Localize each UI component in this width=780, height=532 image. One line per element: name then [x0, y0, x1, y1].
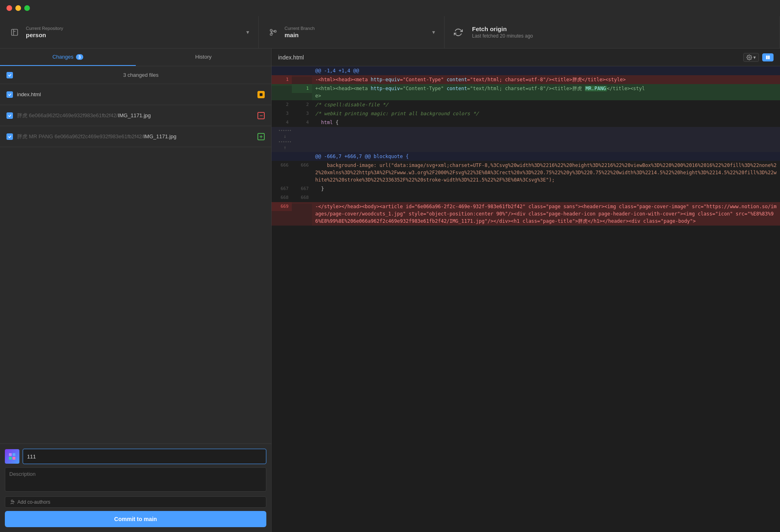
line-num-left-667: 667 [272, 184, 292, 193]
diff-line-added-1: 1 +<html><head><meta http-equiv="Content… [272, 84, 780, 100]
expand-up-icon: ↑ [283, 145, 286, 150]
branch-icon [267, 26, 280, 39]
hunk-header-content-2: @@ -666,7 +666,7 @@ blockquote { [312, 152, 780, 161]
diff-actions: ▾ [743, 53, 774, 62]
line-num-left-3: 3 [272, 109, 292, 118]
file-list-header: 3 changed files [0, 66, 271, 84]
svg-rect-9 [13, 457, 15, 460]
spacer [0, 147, 271, 443]
svg-rect-14 [766, 55, 768, 59]
file-checkbox-2[interactable] [6, 133, 13, 140]
diff-content-ctx-3: /* webkit printing magic: print all back… [312, 109, 780, 118]
file-badge-deleted: − [257, 112, 265, 119]
expand-row-1[interactable]: •••••• ↓ •••••• ↑ [272, 127, 780, 152]
branch-text: Current Branch main [285, 26, 426, 38]
diff-line-removed-669: 669 -</style></head><body><article id="6… [272, 202, 780, 226]
tab-history-label: History [195, 54, 211, 60]
commit-input-box[interactable] [23, 449, 266, 464]
line-num-left-1: 1 [272, 75, 292, 84]
repo-icon [8, 26, 21, 39]
diff-line-ctx-4: 4 4 html { [272, 118, 780, 127]
svg-rect-6 [9, 453, 12, 456]
svg-rect-15 [768, 55, 770, 59]
line-num-right-666: 666 [292, 161, 312, 170]
expand-left-nums: •••••• ↓ •••••• ↑ [275, 129, 295, 150]
current-branch-section[interactable]: Current Branch main ▼ [259, 16, 445, 48]
line-num-left-add-1 [272, 84, 292, 86]
commit-description-input[interactable] [5, 467, 266, 492]
svg-point-2 [270, 33, 272, 35]
coauthor-row[interactable]: Add co-authors [5, 496, 266, 508]
diff-content[interactable]: @@ -1,4 +1,4 @@ 1 -<html><head><meta htt… [272, 66, 780, 532]
commit-summary-row [5, 449, 266, 464]
maximize-button[interactable] [24, 5, 30, 11]
svg-rect-0 [12, 29, 18, 35]
line-num-right-add-1: 1 [292, 84, 312, 93]
titlebar [0, 0, 780, 16]
file-checkbox-1[interactable] [6, 112, 13, 119]
fetch-origin-section[interactable]: Fetch origin Last fetched 20 minutes ago [445, 16, 780, 48]
diff-line-666: 666 666 background-image: url("data:imag… [272, 161, 780, 184]
file-item-deleted-img[interactable]: 胖虎 6e066a962f2c469e932f983e61fb2f42/IMG_… [0, 105, 271, 126]
toolbar: Current Repository person ▼ Current Bran… [0, 16, 780, 49]
repo-chevron-icon: ▼ [245, 30, 250, 35]
line-num-hunk-right [292, 66, 312, 68]
tab-history[interactable]: History [136, 49, 272, 66]
close-button[interactable] [6, 5, 12, 11]
line-num-right-4: 4 [292, 118, 312, 127]
select-all-checkbox[interactable] [6, 72, 13, 78]
line-num-hunk-left [272, 66, 292, 68]
branch-name: main [285, 32, 426, 38]
file-item-index-html[interactable]: index.html [0, 84, 271, 105]
line-num-right-667: 667 [292, 184, 312, 193]
line-num-right-669 [292, 202, 312, 204]
diff-line-668: 668 668 [272, 193, 780, 202]
file-badge-added: + [257, 133, 265, 140]
diff-content-666: background-image: url("data:image/svg+xm… [312, 161, 780, 184]
line-num-right-2: 2 [292, 100, 312, 109]
svg-rect-8 [9, 457, 12, 460]
left-panel: Changes 3 History 3 changed files [0, 49, 272, 532]
view-toggle-button[interactable] [762, 53, 774, 61]
line-num-hunk2-left [272, 152, 292, 154]
line-num-left-668: 668 [272, 193, 292, 202]
minimize-button[interactable] [15, 5, 21, 11]
line-num-right-668: 668 [292, 193, 312, 202]
diff-content-667: } [312, 184, 780, 193]
diff-content-removed-669: -</style></head><body><article id="6e066… [312, 202, 780, 226]
diff-content-ctx-4: html { [312, 118, 780, 127]
diff-line-ctx-3: 3 3 /* webkit printing magic: print all … [272, 109, 780, 118]
hunk-header-2: @@ -666,7 +666,7 @@ blockquote { [272, 152, 780, 161]
changed-files-count: 3 changed files [17, 72, 265, 78]
line-num-left-669: 669 [272, 202, 292, 211]
line-num-left-666: 666 [272, 161, 292, 170]
diff-content-668 [312, 193, 780, 195]
diff-content-added-1: +<html><head><meta http-equiv="Content-T… [312, 84, 780, 100]
line-num-right-1 [292, 75, 312, 77]
diff-line-ctx-2: 2 2 /* cspell:disable-file */ [272, 100, 780, 109]
svg-point-13 [748, 57, 750, 58]
current-repository-section[interactable]: Current Repository person ▼ [0, 16, 259, 48]
branch-chevron-icon: ▼ [431, 30, 436, 35]
commit-area: Add co-authors Commit to main [0, 443, 271, 532]
file-badge-modified [257, 91, 265, 98]
commit-button[interactable]: Commit to main [5, 511, 266, 527]
file-checkbox-0[interactable] [6, 91, 13, 98]
settings-button[interactable]: ▾ [743, 53, 759, 62]
diff-toolbar: index.html ▾ [272, 49, 780, 66]
branch-label: Current Branch [285, 26, 426, 31]
svg-point-10 [11, 500, 13, 502]
svg-rect-5 [260, 93, 263, 96]
tab-changes[interactable]: Changes 3 [0, 49, 136, 66]
commit-summary-input[interactable] [23, 449, 266, 464]
line-num-right-3: 3 [292, 109, 312, 118]
file-item-added-img[interactable]: 胖虎 MR PANG 6e066a962f2c469e932f983e61fb2… [0, 126, 271, 147]
fetch-sublabel: Last fetched 20 minutes ago [472, 33, 772, 39]
diff-content-ctx-2: /* cspell:disable-file */ [312, 100, 780, 109]
fetch-refresh-icon [453, 27, 464, 38]
tabs-bar: Changes 3 History [0, 49, 271, 66]
hunk-header-content-1: @@ -1,4 +1,4 @@ [312, 66, 780, 75]
repo-label: Current Repository [26, 26, 240, 31]
file-name-0: index.html [17, 91, 253, 97]
commit-avatar [5, 449, 19, 464]
